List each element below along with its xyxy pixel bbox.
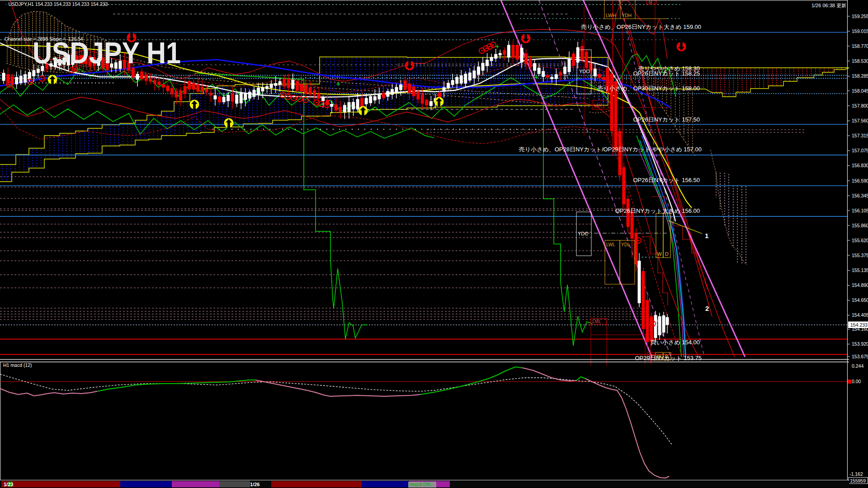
svg-text:153.920: 153.920 <box>852 341 868 347</box>
svg-text:1/23: 1/23 <box>4 482 13 487</box>
svg-text:0.244: 0.244 <box>852 363 863 369</box>
svg-text:155959: 155959 <box>850 478 866 483</box>
svg-text:YDL: YDL <box>621 242 630 247</box>
svg-text:売り小さめ、OP30日NYカット 158.00: 売り小さめ、OP30日NYカット 158.00 <box>597 85 700 92</box>
svg-text:155.135: 155.135 <box>852 267 868 273</box>
svg-text:154.233: 154.233 <box>850 322 868 328</box>
svg-text:YDH: YDH <box>622 13 632 18</box>
svg-text:1: 1 <box>705 232 708 239</box>
svg-text:155.860: 155.860 <box>852 223 868 228</box>
svg-text:157.800: 157.800 <box>852 103 868 108</box>
svg-text:158.285: 158.285 <box>852 73 868 79</box>
svg-text:LMH: LMH <box>594 103 604 108</box>
svg-text:2: 2 <box>705 305 709 312</box>
svg-text:159.015: 159.015 <box>852 28 868 34</box>
svg-text:156.590: 156.590 <box>852 178 868 183</box>
svg-text:LWL: LWL <box>606 242 615 247</box>
svg-text:USDJPY H1: USDJPY H1 <box>33 36 181 70</box>
svg-text:0.00: 0.00 <box>852 379 861 384</box>
svg-text:156.105: 156.105 <box>852 208 868 213</box>
svg-text:OP29日NYカット 153.75: OP29日NYカット 153.75 <box>635 355 702 361</box>
svg-text:157.315: 157.315 <box>852 133 868 138</box>
svg-text:153.675: 153.675 <box>852 354 868 359</box>
svg-text:157.560: 157.560 <box>852 118 868 123</box>
svg-text:YDO: YDO <box>579 69 590 74</box>
svg-text:156.830: 156.830 <box>852 163 868 168</box>
svg-text:-1.162: -1.162 <box>849 471 863 477</box>
svg-text:158.045: 158.045 <box>852 88 868 94</box>
svg-text:155.620: 155.620 <box>852 238 868 243</box>
svg-text:1/26: 1/26 <box>250 482 259 487</box>
svg-text:macd ON: macd ON <box>410 482 431 487</box>
svg-text:W: W <box>657 251 662 257</box>
svg-text:155.375: 155.375 <box>852 253 868 258</box>
svg-text:154.650: 154.650 <box>852 297 868 303</box>
svg-text:D: D <box>665 251 669 257</box>
svg-text:YDC: YDC <box>578 231 588 236</box>
svg-text:H1 macd (12): H1 macd (12) <box>3 362 32 368</box>
svg-text:売り小さめ、OP28日NYカット/OP29日NYカット やや: 売り小さめ、OP28日NYカット/OP29日NYカット やや小さめ 157.00 <box>519 146 702 153</box>
svg-text:157.075: 157.075 <box>852 148 868 153</box>
svg-text:・USDJPY,H1 154.233 154.233 15: ・USDJPY,H1 154.233 154.233 154.233 154.2… <box>4 1 108 7</box>
svg-text:OP26日NYカット 157.50: OP26日NYカット 157.50 <box>633 116 700 123</box>
svg-text:154.405: 154.405 <box>852 312 868 318</box>
svg-text:156.345: 156.345 <box>852 193 868 198</box>
svg-text:LWH: LWH <box>606 13 616 18</box>
svg-text:158.530: 158.530 <box>852 58 868 64</box>
svg-text:OP26日NYカット 156.50: OP26日NYカット 156.50 <box>633 177 700 183</box>
svg-text:LML: LML <box>592 319 601 324</box>
svg-text:OP26日NYカット 158.25: OP26日NYカット 158.25 <box>633 70 700 77</box>
svg-text:OP26日NYカット大きめ 156.00: OP26日NYカット大きめ 156.00 <box>615 207 700 214</box>
svg-text:売り小さめ、OP26日NYカット大きめ 159.00: 売り小さめ、OP26日NYカット大きめ 159.00 <box>581 23 701 30</box>
svg-text:1/26 06:38 更新: 1/26 06:38 更新 <box>811 3 846 8</box>
svg-text:158.770: 158.770 <box>852 43 868 49</box>
svg-text:159.255: 159.255 <box>852 14 868 19</box>
svg-text:買い小さめ 154.00: 買い小さめ 154.00 <box>651 339 700 346</box>
svg-text:154.890: 154.890 <box>852 282 868 288</box>
